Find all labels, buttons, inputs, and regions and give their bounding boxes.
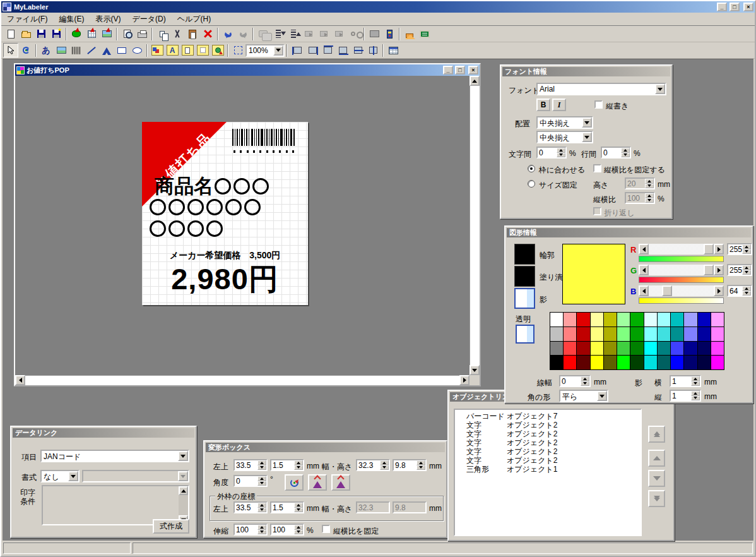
note-properties-button[interactable] [180,43,195,57]
angle-spinner[interactable]: 0 [233,475,268,487]
move-up-button[interactable] [648,450,665,467]
spin-down[interactable] [380,465,389,470]
g-thumb[interactable] [704,265,714,275]
label-canvas[interactable]: お値打ち品 [142,122,308,305]
spin-up[interactable] [691,391,700,396]
menu-file[interactable]: ファイル(F) [1,12,53,27]
palette-cell[interactable] [604,356,617,369]
sort-descending-button[interactable] [286,27,301,41]
r-slider[interactable] [639,244,724,255]
maximize-button[interactable]: □ [729,3,740,11]
home-button[interactable] [402,27,417,41]
r-spinner[interactable]: 255 [727,243,752,255]
find-button[interactable] [346,27,362,41]
print-preview-button[interactable] [119,27,134,41]
vertical-text-checkbox[interactable] [594,100,603,109]
font-dropdown-button[interactable] [655,84,665,94]
scroll-up-button[interactable] [179,486,188,495]
font-properties-button[interactable]: A [165,43,180,57]
grid-table-button[interactable] [386,43,401,57]
layout-properties-button[interactable] [150,43,165,57]
g-slider[interactable] [639,265,724,275]
zoom-select[interactable]: 100% [245,44,285,57]
transparent-swatch[interactable] [516,325,535,344]
barcode-tool-button[interactable] [69,43,84,57]
spin-up[interactable] [294,525,303,530]
fill-color-swatch[interactable] [514,266,535,287]
price-text-object[interactable]: 2,980円 [142,260,308,299]
palette-cell[interactable] [591,342,603,356]
palette-cell[interactable] [604,327,617,341]
data-link-header[interactable]: データリンク [13,428,194,438]
select-tool-button[interactable] [3,43,18,57]
move-to-top-button[interactable] [648,426,665,443]
shape-panel-header[interactable]: 図形情報 [507,228,751,237]
r-thumb[interactable] [704,244,714,255]
g-right-arrow[interactable] [714,265,724,275]
sort-ascending-button[interactable] [271,27,286,41]
record-jump-button[interactable] [331,27,346,41]
table-import-button[interactable] [84,27,99,41]
palette-cell[interactable] [617,356,630,369]
palette-cell[interactable] [630,356,643,369]
palette-cell[interactable] [658,342,670,356]
spin-down[interactable] [294,465,303,470]
spin-up[interactable] [581,376,589,381]
spin-up[interactable] [645,179,654,184]
object-list-item[interactable]: 文字オブジェクト2 [455,456,641,465]
spin-up[interactable] [380,460,389,465]
paste-button[interactable] [185,27,200,41]
format-detail-dropdown-button[interactable] [178,471,188,481]
palette-cell[interactable] [550,342,563,356]
palette-cell[interactable] [711,342,724,356]
flip-right-button[interactable] [331,474,350,491]
palette-cell[interactable] [698,356,711,369]
fixed-size-radio[interactable] [528,180,535,188]
rotate-object-button[interactable] [285,474,304,491]
spin-down[interactable] [294,530,303,535]
barcode-object[interactable] [232,129,295,153]
palette-cell[interactable] [698,327,711,341]
b-spinner[interactable]: 64 [727,285,752,297]
spin-down[interactable] [645,198,654,203]
doc-horizontal-scrollbar[interactable] [15,375,470,385]
shadow-color-swatch[interactable] [514,288,535,309]
palette-cell[interactable] [564,327,576,341]
format-select[interactable]: なし [40,470,80,482]
palette-cell[interactable] [711,327,724,341]
barcode-scanner-button[interactable] [382,27,397,41]
transform-header[interactable]: 変形ボックス [206,443,445,452]
palette-cell[interactable] [644,327,657,341]
object-listbox[interactable]: バーコードオブジェクト7 文字オブジェクト2 文字オブジェクト2 文字オブジェク… [454,409,642,536]
palette-cell[interactable] [617,327,630,341]
scroll-down-button[interactable] [470,365,480,375]
align-horizontal-select[interactable]: 中央揃え [536,116,593,129]
palette-cell[interactable] [577,327,589,341]
x-spinner[interactable]: 33.5 [233,459,268,471]
object-list-item[interactable]: 文字オブジェクト2 [455,438,641,447]
palette-cell[interactable] [711,313,724,326]
spin-up[interactable] [557,148,565,153]
spin-up[interactable] [257,525,266,530]
palette-cell[interactable] [577,342,589,356]
spin-up[interactable] [742,265,751,270]
save-as-button[interactable] [49,27,64,41]
spin-up[interactable] [257,460,266,465]
palette-cell[interactable] [630,327,643,341]
align-left-button[interactable] [290,43,305,57]
palette-cell[interactable] [591,313,603,326]
outer-x-spinner[interactable]: 33.5 [233,501,268,513]
zoom-dropdown-button[interactable] [273,45,283,56]
triangle-tool-button[interactable] [99,43,114,57]
spin-down[interactable] [742,291,751,296]
spin-up[interactable] [645,193,654,198]
spin-up[interactable] [621,148,630,153]
wrap-checkbox[interactable] [593,207,601,215]
palette-cell[interactable] [644,313,657,326]
scroll-right-button[interactable] [459,375,470,385]
font-select[interactable]: Arial [536,83,666,95]
align-v-dropdown-button[interactable] [582,132,592,142]
palette-cell[interactable] [617,313,630,326]
palette-cell[interactable] [671,327,683,341]
palette-cell[interactable] [671,313,683,326]
